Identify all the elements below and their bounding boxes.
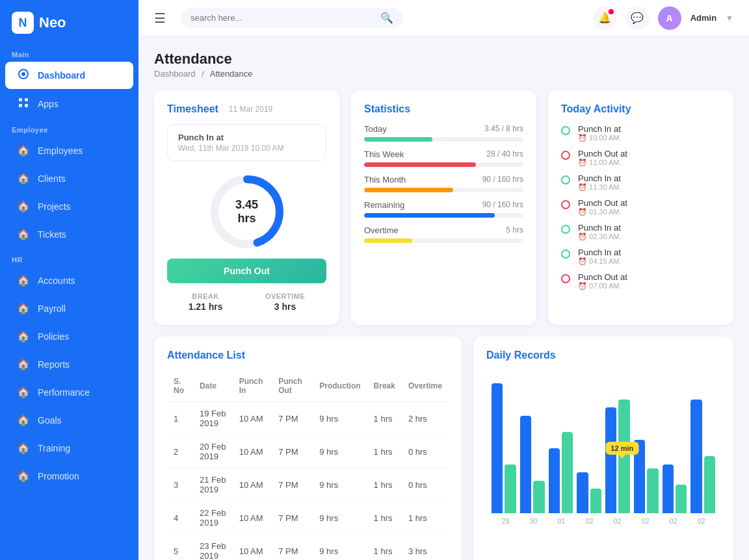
sidebar-item-label: Employees <box>38 146 83 156</box>
daily-records-chart: 12 min <box>486 370 720 513</box>
bar-teal <box>676 485 687 513</box>
donut-area: 3.45 hrs <box>167 173 326 251</box>
bar-blue <box>520 416 531 513</box>
table-header: Punch Out <box>272 370 313 402</box>
activity-item: Punch Out at ⏰ 01.30 AM. <box>561 198 720 216</box>
sidebar-item-policies[interactable]: 🏠 Policies <box>5 323 133 350</box>
table-row: 321 Feb 201910 AM7 PM9 hrs1 hrs0 hrs <box>167 468 449 502</box>
admin-chevron-icon: ▼ <box>726 14 733 23</box>
sidebar-item-label: Promotion <box>38 471 79 481</box>
search-bar: 🔍 <box>181 8 402 28</box>
statistics-rows: Today 3.45 / 8 hrs This Week 28 / 40 hrs… <box>364 124 523 243</box>
bar-group <box>663 465 687 513</box>
payroll-icon: 🏠 <box>17 302 30 314</box>
reports-icon: 🏠 <box>17 358 30 370</box>
activity-label: Punch Out at <box>578 198 627 208</box>
bottom-row: Attendance List S. NoDatePunch InPunch O… <box>154 337 733 560</box>
statistics-card: Statistics Today 3.45 / 8 hrs This Week … <box>351 90 536 325</box>
activity-list: Punch In at ⏰ 10.00 AM. Punch Out at ⏰ 1… <box>561 124 720 290</box>
activity-label: Punch In at <box>578 248 622 257</box>
breadcrumb-home[interactable]: Dashboard <box>154 69 196 79</box>
avatar: A <box>658 6 681 30</box>
cards-row: Timesheet 11 Mar 2019 Punch In at Wed, 1… <box>154 90 733 325</box>
table-header: Date <box>193 370 233 402</box>
search-icon: 🔍 <box>380 12 393 24</box>
sidebar-item-label: Goals <box>38 415 62 426</box>
sidebar-item-label: Clients <box>38 173 66 184</box>
projects-icon: 🏠 <box>17 200 30 212</box>
attendance-list-card: Attendance List S. NoDatePunch InPunch O… <box>154 337 462 560</box>
notification-bell-btn[interactable]: 🔔 <box>593 6 616 30</box>
stat-bar <box>364 238 412 243</box>
apps-icon <box>17 97 30 110</box>
bar-group <box>549 432 573 513</box>
chart-label: 02 <box>697 517 705 525</box>
table-row: 119 Feb 201910 AM7 PM9 hrs1 hrs2 hrs <box>167 402 449 435</box>
stat-value: 28 / 40 hrs <box>486 149 523 159</box>
goals-icon: 🏠 <box>17 414 30 426</box>
activity-time: ⏰ 01.30 AM. <box>578 208 627 216</box>
breadcrumb-current: Attendance <box>210 69 253 79</box>
stat-row: This Month 90 / 160 hrs <box>364 175 523 192</box>
bar-teal <box>590 489 601 513</box>
sidebar-item-goals[interactable]: 🏠 Goals <box>5 407 133 433</box>
logo: N Neo <box>0 0 138 43</box>
stat-bar-bg <box>364 213 523 218</box>
sidebar-item-employees[interactable]: 🏠 Employees <box>5 137 133 164</box>
sidebar-item-training[interactable]: 🏠 Training <box>5 435 133 461</box>
overtime-stat: Overtime 3 hrs <box>265 292 305 312</box>
punch-out-button[interactable]: Punch Out <box>167 259 326 283</box>
stat-bar <box>364 213 495 218</box>
sidebar-item-dashboard[interactable]: Dashboard <box>5 62 133 89</box>
message-icon-btn[interactable]: 💬 <box>625 6 649 30</box>
daily-records-card: Daily Records 12 min 2930010202020202 <box>473 337 733 560</box>
page-title: Attendance <box>154 51 733 68</box>
sidebar-item-accounts[interactable]: 🏠 Accounts <box>5 267 133 294</box>
sidebar-item-promotion[interactable]: 🏠 Promotion <box>5 463 133 489</box>
bar-blue <box>577 472 588 513</box>
sidebar-item-reports[interactable]: 🏠 Reports <box>5 351 133 377</box>
stat-value: 90 / 160 hrs <box>482 200 523 210</box>
stat-bar <box>364 137 432 142</box>
activity-item: Punch In at ⏰ 02.30 AM. <box>561 223 720 241</box>
activity-time: ⏰ 04.15 AM. <box>578 257 622 266</box>
stat-value: 5 hrs <box>506 225 523 235</box>
activity-item: Punch In at ⏰ 11.30 AM. <box>561 173 720 192</box>
activity-dot <box>561 175 570 185</box>
section-label-hr: HR <box>0 248 138 266</box>
break-stat: BREAK 1.21 hrs <box>189 292 223 312</box>
search-input[interactable] <box>191 13 375 23</box>
overtime-label: Overtime <box>265 292 305 300</box>
tickets-icon: 🏠 <box>17 228 30 240</box>
chart-label: 02 <box>613 517 621 525</box>
donut-value: 3.45 hrs <box>228 198 267 225</box>
bar-group <box>520 416 545 513</box>
hamburger-icon[interactable]: ☰ <box>154 10 166 26</box>
main-area: ☰ 🔍 🔔 💬 A Admin ▼ Attendance Dashboard /… <box>138 0 749 560</box>
table-header: S. No <box>167 370 193 402</box>
sidebar-item-label: Payroll <box>38 303 66 314</box>
activity-time: ⏰ 02.30 AM. <box>578 233 622 241</box>
stat-bar-bg <box>364 137 523 142</box>
bar-teal <box>562 432 573 513</box>
sidebar-item-payroll[interactable]: 🏠 Payroll <box>5 295 133 322</box>
sidebar-item-clients[interactable]: 🏠 Clients <box>5 165 133 192</box>
logo-icon: N <box>12 12 34 34</box>
activity-dot <box>561 225 570 234</box>
timesheet-date: 11 Mar 2019 <box>229 105 272 114</box>
sidebar-item-tickets[interactable]: 🏠 Tickets <box>5 221 133 248</box>
promotion-icon: 🏠 <box>17 470 30 482</box>
topbar: ☰ 🔍 🔔 💬 A Admin ▼ <box>138 0 749 36</box>
section-label-main: Main <box>0 43 138 61</box>
clients-icon: 🏠 <box>17 172 30 185</box>
sidebar-item-performance[interactable]: 🏠 Performance <box>5 379 133 405</box>
activity-label: Punch Out at <box>578 149 627 159</box>
sidebar-item-projects[interactable]: 🏠 Projects <box>5 193 133 220</box>
sidebar-item-apps[interactable]: Apps <box>5 90 133 118</box>
training-icon: 🏠 <box>17 442 30 454</box>
stat-bar-bg <box>364 162 523 167</box>
activity-dot <box>561 126 570 135</box>
daily-records-title: Daily Records <box>486 350 556 361</box>
stat-bar-bg <box>364 238 523 243</box>
svg-rect-3 <box>25 98 28 101</box>
